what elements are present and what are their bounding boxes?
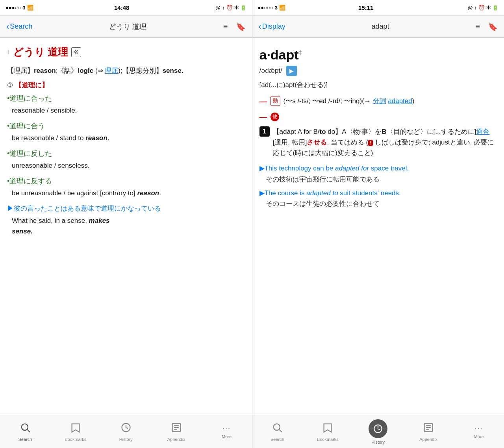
compound-1: •道理に合った reasonable / sensible. [7, 93, 245, 116]
left-tab-bookmarks-label: Bookmarks [65, 437, 86, 442]
compound-title-4: •道理に反する [7, 176, 245, 187]
example-block-1: ▶This technology can be adapted for spac… [259, 163, 497, 184]
left-panel: ‡ どうり 道理 名 【理屈】reason;《話》logic (⇒ 理屈);【思… [0, 38, 252, 415]
right-more-icon: ··· [475, 424, 483, 433]
left-tab-history-label: History [119, 437, 133, 442]
right-history-circle [369, 419, 387, 438]
right-tab-more-label: More [474, 434, 484, 439]
play-button[interactable]: ▶ [286, 66, 297, 76]
alert-icon: ! [368, 140, 373, 146]
right-nav-title: adapt [372, 22, 389, 31]
left-status-bar: ●●●○○ 3 📶 14:48 @ ↑ ⏰ ✶ 🔋 [0, 0, 252, 16]
right-battery-icon: 🔋 [492, 5, 498, 11]
right-search-icon [272, 422, 283, 435]
left-link-rikusu[interactable]: 理屈 [105, 67, 118, 74]
right-tab-bookmarks-label: Bookmarks [317, 437, 339, 442]
left-tab-bookmarks[interactable]: Bookmarks [50, 415, 101, 448]
right-at-icon: @ [468, 5, 473, 11]
left-tab-search[interactable]: Search [0, 415, 50, 448]
left-back-chevron: ‹ [6, 22, 9, 32]
right-back-label: Display [262, 22, 285, 31]
example1-en: ▶This technology can be adapted for spac… [259, 163, 497, 174]
phonetic-text: /ədǽpt/ [259, 65, 282, 76]
left-example-block: ▶彼の言ったことはある意味で道理にかなっている What he said, in… [7, 203, 245, 237]
left-bookmark-icon[interactable]: 🔖 [236, 22, 246, 31]
right-tab-history-label: History [371, 440, 385, 444]
right-time: 15:11 [358, 4, 373, 11]
right-network: 3 [275, 5, 278, 11]
right-status-left: ●●○○○ 3 📶 [258, 5, 286, 11]
svg-line-1 [27, 429, 30, 432]
left-tab-more-label: More [222, 434, 232, 439]
right-tab-appendix-label: Appendix [419, 437, 437, 442]
left-nav-bar: ‹ Search どうり 道理 ≡ 🔖 [0, 16, 252, 37]
pos-verb: 動 [271, 96, 280, 106]
left-tab-more[interactable]: ··· More [202, 415, 252, 448]
status-bars: ●●●○○ 3 📶 14:48 @ ↑ ⏰ ✶ 🔋 ●●○○○ 3 📶 15:1… [0, 0, 504, 16]
right-tab-search-label: Search [271, 437, 284, 442]
left-tab-appendix[interactable]: Appendix [151, 415, 202, 448]
right-tab-history[interactable]: History [353, 415, 403, 448]
compound-def-2: be reasonable / stand to reason. [7, 133, 245, 143]
right-back-chevron: ‹ [259, 22, 261, 32]
red-dash2: — [259, 111, 267, 123]
example-block-2: ▶The course is adapted to suit students'… [259, 188, 497, 209]
right-bookmark-icon[interactable]: 🔖 [488, 22, 498, 31]
left-back-button[interactable]: ‹ Search [6, 22, 32, 32]
left-example-en2: sense. [7, 226, 245, 237]
left-network: 3 [22, 5, 25, 11]
main-content: ‡ どうり 道理 名 【理屈】reason;《話》logic (⇒ 理屈);【思… [0, 38, 504, 415]
left-wifi-icon: 📶 [27, 5, 33, 11]
other-line: — 他 [259, 111, 497, 123]
left-tab-history[interactable]: History [101, 415, 151, 448]
right-wifi-icon: 📶 [279, 5, 285, 11]
sense-num-1: 1 [259, 126, 270, 137]
left-status-left: ●●●○○ 3 📶 [6, 5, 33, 11]
left-tab-appendix-label: Appendix [167, 437, 185, 442]
left-signal-dots: ●●●○○ [6, 5, 21, 11]
svg-line-8 [280, 429, 282, 432]
left-at-icon: @ [215, 5, 220, 11]
left-example-jp: ▶彼の言ったことはある意味で道理にかなっている [7, 203, 245, 214]
right-bookmarks-icon [322, 422, 333, 435]
left-definition: 【理屈】reason;《話》logic (⇒ 理屈);【思慮分別】sense. [7, 65, 245, 76]
left-menu-icon[interactable]: ≡ [223, 22, 228, 31]
left-entry-title: どうり 道理 [13, 44, 68, 61]
right-status-bar: ●●○○○ 3 📶 15:11 @ ↑ ⏰ ✶ 🔋 [252, 0, 504, 16]
right-alarm-icon: ⏰ [478, 5, 485, 11]
compound-def-1: reasonable / sensible. [7, 105, 245, 116]
left-pos-badge: 名 [71, 47, 81, 57]
right-nav-icons: ≡ 🔖 [475, 22, 498, 31]
left-entry-prefix: ‡ [7, 48, 10, 56]
adapt-title: a·dapt‡ [259, 47, 302, 62]
compound-2: •道理に合う be reasonable / stand to reason. [7, 120, 245, 143]
sense-1: 1 【adapt A for B/to do】A〈物·事〉をB〈目的など〉に[.… [259, 126, 497, 159]
right-tab-appendix[interactable]: Appendix [403, 415, 454, 448]
compound-def-4: be unreasonable / be against [contrary t… [7, 188, 245, 198]
left-section1: ① 【道理に】 [7, 80, 245, 91]
example2-en: ▶The course is adapted to suit students'… [259, 188, 497, 198]
right-back-button[interactable]: ‹ Display [259, 22, 285, 32]
other-badge: 他 [271, 113, 279, 121]
adapted-link[interactable]: adapted [388, 97, 412, 105]
example1-jp: その技術は宇宙飛行に転用可能である [259, 174, 497, 185]
right-menu-icon[interactable]: ≡ [475, 22, 480, 31]
phonetic-line: /ədǽpt/ ▶ [259, 65, 497, 76]
left-location-icon: ↑ [222, 5, 225, 11]
right-history-icon [369, 419, 387, 438]
left-history-icon [120, 422, 132, 435]
left-back-label: Search [10, 22, 32, 31]
right-tab-search[interactable]: Search [252, 415, 303, 448]
left-status-right: @ ↑ ⏰ ✶ 🔋 [215, 5, 246, 11]
right-tab-more[interactable]: ··· More [454, 415, 504, 448]
left-time: 14:48 [114, 4, 129, 11]
compound-title-3: •道理に反した [7, 148, 245, 159]
compound-title-2: •道理に合う [7, 120, 245, 132]
right-tab-bookmarks[interactable]: Bookmarks [302, 415, 353, 448]
bunshi-link[interactable]: 分詞 [373, 97, 386, 105]
right-nav-bar: ‹ Display adapt ≡ 🔖 [252, 16, 504, 37]
compound-title-1: •道理に合った [7, 93, 245, 104]
left-nav-title: どうり 道理 [109, 22, 146, 31]
right-bluetooth-icon: ✶ [486, 5, 491, 11]
right-location-icon: ↑ [474, 5, 477, 11]
